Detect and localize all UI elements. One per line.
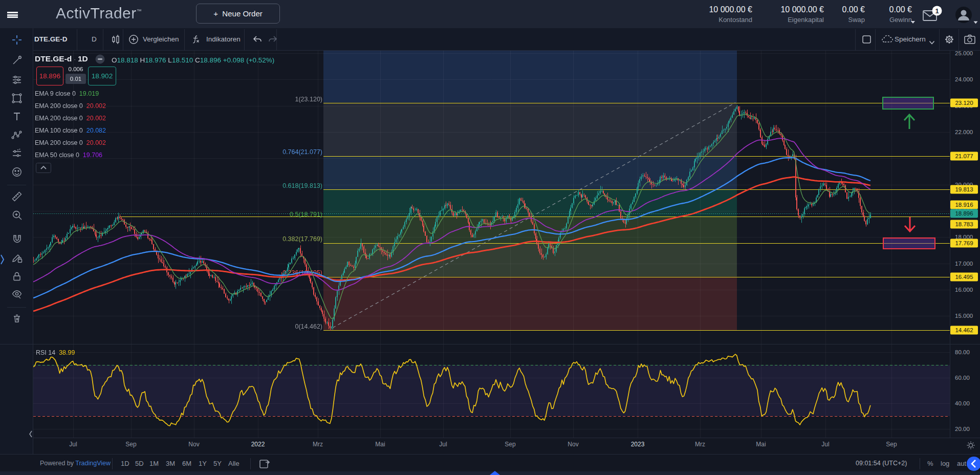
svg-text:1: 1 [935, 7, 939, 15]
